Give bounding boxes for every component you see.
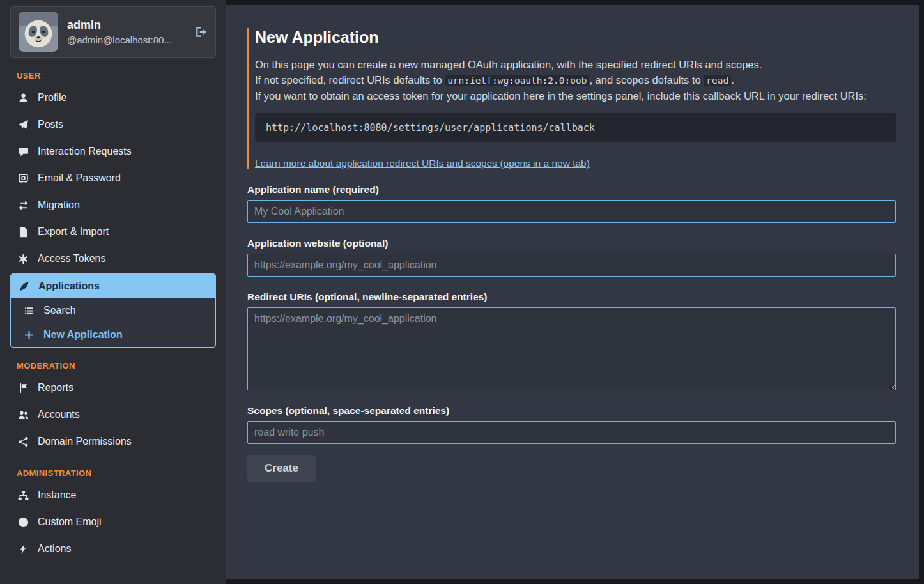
sign-out-icon[interactable] bbox=[195, 26, 208, 38]
sidebar-item-applications-search[interactable]: Search bbox=[11, 298, 215, 323]
sidebar-item-access-tokens[interactable]: Access Tokens bbox=[10, 245, 216, 272]
users-icon bbox=[17, 409, 29, 420]
asterisk-icon bbox=[17, 253, 29, 265]
page-title: New Application bbox=[255, 28, 896, 47]
application-name-label: Application name (required) bbox=[247, 184, 896, 196]
network-icon bbox=[17, 436, 29, 447]
feather-icon bbox=[17, 280, 30, 292]
intro-line-3: If you want to obtain an access token fo… bbox=[255, 88, 896, 104]
avatar bbox=[19, 12, 58, 52]
transfer-icon bbox=[17, 199, 29, 211]
intro-section: New Application On this page you can cre… bbox=[247, 28, 896, 169]
new-application-form: Application name (required) Application … bbox=[247, 184, 896, 482]
application-website-input[interactable] bbox=[247, 254, 896, 277]
section-header-moderation: MODERATION bbox=[17, 361, 210, 371]
intro-line-1: On this page you can create a new manage… bbox=[255, 57, 896, 72]
sidebar-item-export-import[interactable]: Export & Import bbox=[10, 219, 216, 245]
user-icon bbox=[17, 92, 29, 104]
section-header-administration: ADMINISTRATION bbox=[17, 468, 210, 478]
scopes-field: Scopes (optional, space-separated entrie… bbox=[247, 405, 896, 444]
sitemap-icon bbox=[17, 489, 29, 501]
file-export-icon bbox=[17, 226, 29, 238]
sidebar-item-custom-emoji[interactable]: Custom Emoji bbox=[10, 509, 216, 535]
app-root: admin @admin@localhost:80... USER Profil… bbox=[0, 0, 924, 584]
nav-moderation: Reports Accounts Domain Permissions bbox=[10, 374, 216, 455]
create-button[interactable]: Create bbox=[247, 455, 316, 482]
scopes-input[interactable] bbox=[247, 421, 896, 444]
sidebar-item-domain-permissions[interactable]: Domain Permissions bbox=[10, 428, 216, 455]
application-website-label: Application website (optional) bbox=[247, 238, 896, 249]
main-panel: New Application On this page you can cre… bbox=[226, 5, 919, 579]
bolt-icon bbox=[17, 543, 29, 555]
sidebar: admin @admin@localhost:80... USER Profil… bbox=[0, 0, 226, 584]
redirect-uris-textarea[interactable] bbox=[247, 307, 896, 390]
intro-line-2-pre: If not specified, redirect URIs defaults… bbox=[255, 74, 445, 86]
default-redirect-uri-code: urn:ietf:wg:oauth:2.0:oob bbox=[445, 75, 589, 86]
redirect-uris-field: Redirect URIs (optional, newline-separat… bbox=[247, 291, 896, 390]
sidebar-item-accounts[interactable]: Accounts bbox=[10, 401, 216, 428]
intro-line-2-mid: , and scopes defaults to bbox=[589, 74, 704, 86]
paper-plane-icon bbox=[17, 119, 29, 130]
sidebar-item-posts[interactable]: Posts bbox=[10, 111, 216, 138]
sidebar-item-new-application[interactable]: New Application bbox=[11, 323, 215, 347]
sidebar-item-instance[interactable]: Instance bbox=[10, 482, 216, 509]
user-card[interactable]: admin @admin@localhost:80... bbox=[10, 6, 216, 58]
list-icon bbox=[22, 305, 35, 316]
application-name-field: Application name (required) bbox=[247, 184, 896, 223]
learn-more-link[interactable]: Learn more about application redirect UR… bbox=[255, 158, 590, 169]
user-name: admin bbox=[67, 19, 186, 32]
smiley-icon bbox=[17, 516, 29, 528]
flag-icon bbox=[17, 382, 29, 394]
nav-user: Profile Posts Interaction Requests Email… bbox=[10, 84, 216, 348]
comment-icon bbox=[17, 146, 29, 157]
sidebar-item-actions[interactable]: Actions bbox=[10, 535, 216, 562]
intro-line-2: If not specified, redirect URIs defaults… bbox=[255, 72, 896, 88]
sidebar-item-email-password[interactable]: Email & Password bbox=[10, 165, 216, 192]
default-scope-code: read bbox=[704, 75, 731, 86]
sidebar-item-applications[interactable]: Applications bbox=[11, 274, 215, 298]
sidebar-item-reports[interactable]: Reports bbox=[10, 374, 216, 401]
sidebar-item-profile[interactable]: Profile bbox=[10, 84, 216, 111]
sidebar-item-interaction-requests[interactable]: Interaction Requests bbox=[10, 138, 216, 165]
user-info: admin @admin@localhost:80... bbox=[67, 19, 186, 45]
intro-line-2-end: . bbox=[731, 74, 734, 86]
applications-group: Applications Search New Application bbox=[10, 273, 216, 348]
scopes-label: Scopes (optional, space-separated entrie… bbox=[247, 405, 896, 417]
application-website-field: Application website (optional) bbox=[247, 238, 896, 277]
safe-icon bbox=[17, 173, 29, 184]
sidebar-item-migration[interactable]: Migration bbox=[10, 192, 216, 219]
section-header-user: USER bbox=[17, 71, 210, 81]
plus-icon bbox=[22, 329, 35, 341]
user-handle: @admin@localhost:80... bbox=[67, 35, 186, 45]
callback-url-code-block: http://localhost:8080/settings/user/appl… bbox=[255, 113, 896, 142]
application-name-input[interactable] bbox=[247, 200, 896, 223]
redirect-uris-label: Redirect URIs (optional, newline-separat… bbox=[247, 291, 896, 303]
nav-administration: Instance Custom Emoji Actions bbox=[10, 482, 216, 562]
